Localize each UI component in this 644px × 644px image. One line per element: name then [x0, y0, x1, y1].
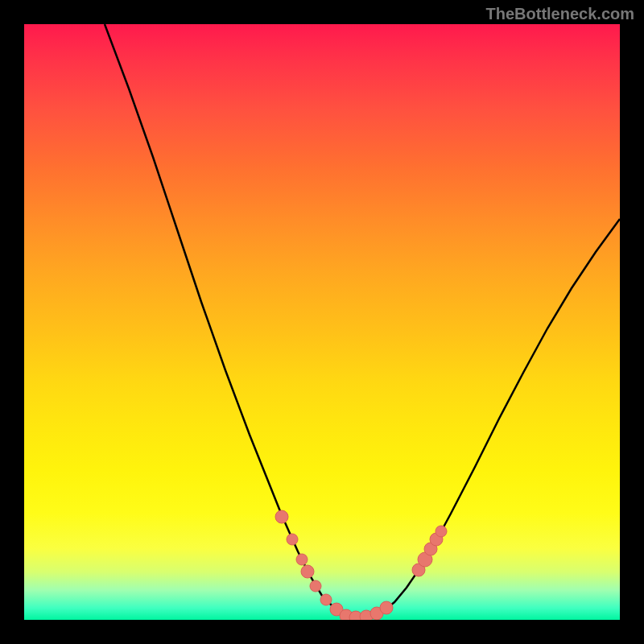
- watermark-text: TheBottleneck.com: [486, 5, 634, 23]
- data-marker: [275, 510, 288, 523]
- data-marker: [301, 565, 314, 578]
- data-markers: [275, 510, 447, 620]
- data-marker: [287, 534, 298, 545]
- data-marker: [436, 526, 447, 537]
- data-marker: [296, 554, 308, 565]
- data-marker: [320, 594, 332, 605]
- bottleneck-curve: [105, 24, 620, 618]
- data-marker: [380, 601, 393, 614]
- curve-svg: [24, 24, 620, 620]
- plot-area: [24, 24, 620, 620]
- data-marker: [310, 580, 321, 592]
- chart-frame: TheBottleneck.com: [0, 0, 644, 644]
